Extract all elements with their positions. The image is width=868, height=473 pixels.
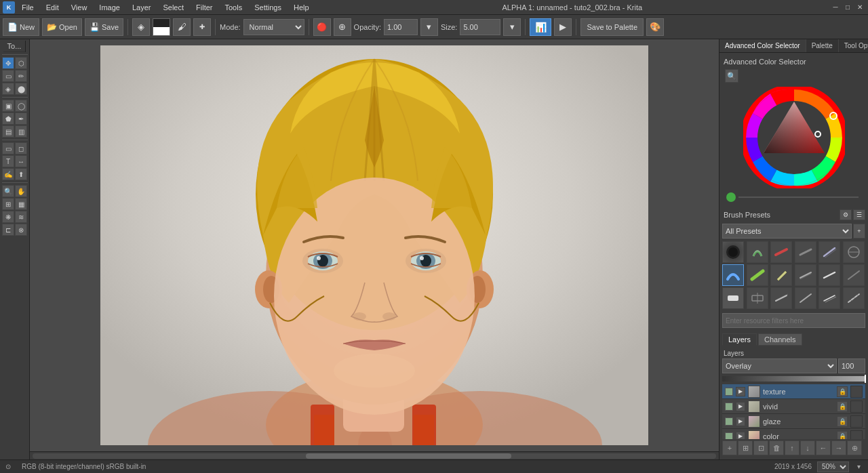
- brush-cell-5[interactable]: [843, 241, 865, 263]
- palette-icon[interactable]: 🎨: [646, 18, 664, 36]
- brush-cell-0[interactable]: [722, 241, 744, 263]
- brush-cell-17[interactable]: [843, 287, 865, 309]
- tool-select-rect[interactable]: ▣: [2, 100, 14, 112]
- color-eyedropper-icon[interactable]: 🔍: [725, 69, 738, 83]
- tab-tool-options[interactable]: Tool Options: [839, 39, 868, 52]
- layer-add-group-button[interactable]: ⊞: [738, 440, 753, 455]
- brush-cell-2[interactable]: [770, 241, 792, 263]
- eyedropper-icon[interactable]: ✚: [193, 18, 211, 36]
- layer-visibility-glaze[interactable]: [725, 417, 733, 426]
- size-input[interactable]: [463, 23, 497, 31]
- flow-icon[interactable]: ▶: [554, 18, 572, 36]
- tool-gradient[interactable]: ▦: [15, 198, 27, 210]
- mode-combo[interactable]: Normal: [243, 19, 304, 35]
- horizontal-scrollbar[interactable]: [30, 451, 719, 459]
- tool-assistant[interactable]: ⊞: [2, 198, 14, 210]
- tool-pan[interactable]: ✋: [15, 185, 27, 197]
- brush-presets-settings-icon[interactable]: ⚙: [840, 209, 852, 220]
- pressure-icon[interactable]: 📊: [530, 18, 551, 36]
- tool-similar-select[interactable]: ▥: [15, 125, 27, 138]
- layer-move-up-button[interactable]: ↑: [785, 440, 800, 455]
- layer-move-right-button[interactable]: →: [831, 440, 846, 455]
- brush-cell-15[interactable]: [795, 287, 816, 309]
- green-dot-icon[interactable]: [726, 192, 736, 202]
- target-icon[interactable]: ⊕: [334, 18, 351, 36]
- brush-cell-9[interactable]: [795, 264, 816, 286]
- tool-paint[interactable]: ✏: [15, 70, 27, 82]
- menu-file[interactable]: File: [16, 2, 39, 13]
- menu-settings[interactable]: Settings: [249, 2, 287, 13]
- brush-presets-view-icon[interactable]: ☰: [853, 209, 865, 220]
- layer-expand-glaze[interactable]: ▶: [736, 417, 745, 426]
- brush-cell-3[interactable]: [795, 241, 816, 263]
- brush-icon[interactable]: 🖌: [173, 18, 191, 36]
- tool-shape[interactable]: ▭: [2, 142, 14, 155]
- brush-add-icon[interactable]: +: [853, 224, 865, 239]
- tool-text[interactable]: T: [2, 155, 14, 167]
- tool-fill[interactable]: ⬤: [15, 83, 27, 95]
- tool-contiguous-select[interactable]: ▤: [2, 125, 14, 138]
- tool-calligraphy[interactable]: ✍: [2, 168, 14, 180]
- canvas-inner[interactable]: [30, 39, 719, 451]
- paint-icon[interactable]: 🔴: [313, 18, 331, 36]
- layer-expand-vivid[interactable]: ▶: [736, 402, 745, 411]
- tool-eraser[interactable]: ◈: [2, 83, 14, 95]
- brush-cell-8[interactable]: [770, 264, 792, 286]
- layer-copy-button[interactable]: ⊡: [753, 440, 768, 455]
- open-button[interactable]: 📂 Open: [42, 18, 82, 36]
- layer-add-button[interactable]: +: [722, 440, 737, 455]
- layer-item-vivid[interactable]: ▶ vivid 🔒: [722, 399, 865, 414]
- tool-multibrush[interactable]: ❋: [2, 211, 14, 223]
- tool-crop[interactable]: ▭: [2, 70, 14, 82]
- brush-cell-1[interactable]: [747, 241, 768, 263]
- menu-view[interactable]: View: [66, 2, 93, 13]
- save-palette-button[interactable]: Save to Palette: [580, 18, 644, 36]
- brush-cell-4[interactable]: [818, 241, 840, 263]
- minimize-button[interactable]: ─: [830, 2, 841, 13]
- tab-layers[interactable]: Layers: [722, 333, 757, 346]
- layer-mode-combo[interactable]: Overlay: [722, 358, 837, 373]
- close-button[interactable]: ✕: [854, 2, 865, 13]
- brush-cell-14[interactable]: [770, 287, 792, 309]
- tool-move[interactable]: ✥: [2, 57, 14, 69]
- layer-move-down-button[interactable]: ↓: [800, 440, 815, 455]
- brush-resource-filter-input[interactable]: [722, 313, 865, 328]
- layer-move-left-button[interactable]: ←: [816, 440, 831, 455]
- tool-smart-patch[interactable]: ⬆: [15, 168, 27, 180]
- tool-measure[interactable]: ↔: [15, 155, 27, 167]
- menu-help[interactable]: Help: [288, 2, 315, 13]
- menu-tools[interactable]: Tools: [220, 2, 248, 13]
- color-icon[interactable]: [153, 18, 170, 36]
- menu-layer[interactable]: Layer: [127, 2, 157, 13]
- brush-cell-7[interactable]: [747, 264, 768, 286]
- tool-smear[interactable]: ≋: [15, 211, 27, 223]
- tool-path[interactable]: ◻: [15, 142, 27, 155]
- layer-visibility-color[interactable]: [725, 432, 733, 440]
- zoom-combo[interactable]: 50%: [817, 461, 849, 472]
- brush-cell-12[interactable]: [722, 287, 744, 309]
- maximize-button[interactable]: □: [842, 2, 853, 13]
- layer-visibility-texture[interactable]: [725, 388, 733, 396]
- new-button[interactable]: 📄 New: [3, 18, 39, 36]
- menu-edit[interactable]: Edit: [41, 2, 64, 13]
- zoom-dropdown-icon[interactable]: ▾: [854, 463, 863, 471]
- tool-select-free[interactable]: ✒: [15, 112, 27, 125]
- menu-select[interactable]: Select: [157, 2, 189, 13]
- brush-cell-13[interactable]: [747, 287, 768, 309]
- color-wheel[interactable]: [743, 87, 845, 188]
- tool-enclose[interactable]: ⊏: [2, 224, 14, 236]
- brush-filter-combo[interactable]: All Presets: [722, 224, 852, 239]
- tool-select-ellipse[interactable]: ◯: [15, 100, 27, 112]
- save-button[interactable]: 💾 Save: [85, 18, 123, 36]
- layer-lock-vivid[interactable]: 🔒: [837, 401, 848, 412]
- layer-opacity-input[interactable]: [838, 358, 865, 373]
- opacity-input[interactable]: [387, 23, 414, 31]
- brush-cell-10[interactable]: [818, 264, 840, 286]
- tool-select-poly[interactable]: ⬟: [2, 112, 14, 125]
- tool-zoom[interactable]: 🔍: [2, 185, 14, 197]
- layer-lock-color[interactable]: 🔒: [837, 431, 848, 440]
- tab-channels[interactable]: Channels: [758, 333, 802, 346]
- layer-visibility-vivid[interactable]: [725, 403, 733, 411]
- layer-expand-color[interactable]: ▶: [736, 432, 745, 440]
- size-dropdown-icon[interactable]: ▾: [503, 18, 521, 36]
